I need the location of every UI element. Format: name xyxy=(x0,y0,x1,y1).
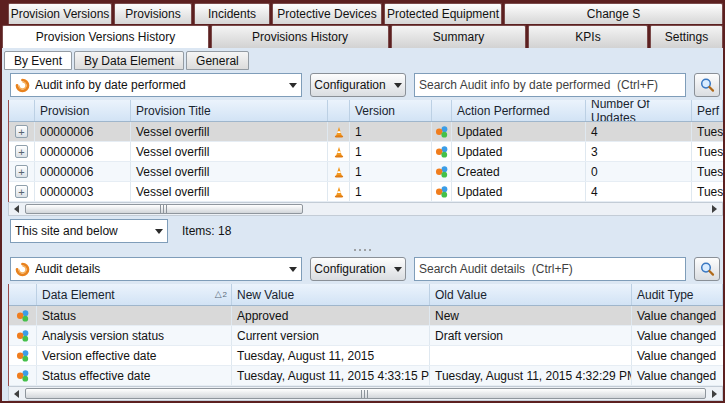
cell-data-element: Status effective date xyxy=(37,366,232,385)
tab-settings[interactable]: Settings xyxy=(650,25,723,48)
lower-search-box xyxy=(414,257,686,281)
tab-provisions[interactable]: Provisions xyxy=(114,3,192,24)
audit-details-select[interactable]: Audit details xyxy=(10,257,302,281)
scroll-right-arrow[interactable] xyxy=(707,387,722,400)
upper-horizontal-scrollbar[interactable] xyxy=(8,202,723,216)
audit-details-value: Audit details xyxy=(35,262,284,276)
tab-protective-devices[interactable]: Protective Devices xyxy=(272,3,382,24)
column-header-expand[interactable] xyxy=(9,100,35,121)
cell-action-performed: Updated xyxy=(452,142,586,161)
lower-horizontal-scrollbar[interactable] xyxy=(8,386,723,401)
tab-summary[interactable]: Summary xyxy=(391,25,526,48)
audit-swirl-icon xyxy=(15,78,30,93)
table-row[interactable]: Version effective date Tuesday, August 1… xyxy=(9,346,723,366)
upper-search-input[interactable] xyxy=(415,75,685,95)
cell-audit-type: Value changed xyxy=(632,366,723,385)
scrollbar-thumb[interactable] xyxy=(25,204,303,214)
tab-provision-versions-history[interactable]: Provision Versions History xyxy=(2,25,209,48)
column-header-icon[interactable] xyxy=(9,284,37,305)
cell-provision-title: Vessel overfill xyxy=(131,142,328,161)
configuration-button[interactable]: Configuration xyxy=(310,73,406,97)
column-header-audit-type[interactable]: Audit Type xyxy=(632,284,723,305)
table-row[interactable]: Status Approved New Value changed xyxy=(9,306,723,326)
column-header-data-element[interactable]: Data Element △2 xyxy=(37,284,232,305)
balls-icon xyxy=(16,369,30,383)
expand-row-icon[interactable]: + xyxy=(15,185,28,198)
cell-provision: 00000003 xyxy=(35,182,131,201)
balls-icon xyxy=(16,349,30,363)
tab-protected-equipment[interactable]: Protected Equipment xyxy=(384,3,502,24)
subtab-general[interactable]: General xyxy=(186,51,249,70)
audit-view-value: Audit info by date performed xyxy=(35,78,284,92)
column-header-number-of-updates[interactable]: Number Of Updates xyxy=(586,100,692,121)
cell-audit-type: Value changed xyxy=(632,306,723,325)
cell-new-value: Tuesday, August 11, 2015 xyxy=(232,346,430,365)
tab-provisions-history[interactable]: Provisions History xyxy=(211,25,389,48)
cell-new-value: Approved xyxy=(232,306,430,325)
table-row[interactable]: + 00000003 Vessel overfill 1 Updated 4 T… xyxy=(9,182,723,202)
chevron-down-icon xyxy=(394,267,402,272)
audit-swirl-icon xyxy=(15,262,30,277)
cell-version: 1 xyxy=(350,142,432,161)
column-header-provision-title[interactable]: Provision Title xyxy=(131,100,328,121)
scroll-left-arrow[interactable] xyxy=(9,203,24,215)
expand-row-icon[interactable]: + xyxy=(15,165,28,178)
cell-data-element: Status xyxy=(37,306,232,325)
scroll-right-arrow[interactable] xyxy=(707,203,722,215)
table-row[interactable]: Status effective date Tuesday, August 11… xyxy=(9,366,723,386)
column-header-action-icon[interactable] xyxy=(432,100,452,121)
table-row[interactable]: + 00000006 Vessel overfill 1 Created 0 T… xyxy=(9,162,723,182)
lower-search-input[interactable] xyxy=(415,259,685,279)
cell-number-of-updates: 0 xyxy=(586,162,692,181)
site-scope-value: This site and below xyxy=(15,224,150,238)
items-count-label: Items: 18 xyxy=(182,224,231,238)
cone-icon xyxy=(332,165,346,179)
tab-incidents[interactable]: Incidents xyxy=(194,3,270,24)
column-header-provision[interactable]: Provision xyxy=(35,100,131,121)
cell-performed: Tues xyxy=(692,182,723,201)
column-header-new-value[interactable]: New Value xyxy=(232,284,430,305)
tab-change-s[interactable]: Change S xyxy=(504,3,723,24)
expand-row-icon[interactable]: + xyxy=(15,125,28,138)
table-row[interactable]: + 00000006 Vessel overfill 1 Updated 4 T… xyxy=(9,122,723,142)
table-row[interactable]: + 00000006 Vessel overfill 1 Updated 3 T… xyxy=(9,142,723,162)
upper-search-button[interactable] xyxy=(694,73,720,97)
expand-row-icon[interactable]: + xyxy=(15,145,28,158)
audit-view-select[interactable]: Audit info by date performed xyxy=(10,73,302,97)
column-header-action-performed[interactable]: Action Performed xyxy=(452,100,586,121)
subtab-by-data-element[interactable]: By Data Element xyxy=(74,51,184,70)
balls-icon xyxy=(435,145,449,159)
cell-provision: 00000006 xyxy=(35,122,131,141)
cell-performed: Tues xyxy=(692,162,723,181)
scrollbar-thumb[interactable] xyxy=(25,388,706,399)
cone-icon xyxy=(332,125,346,139)
column-header-version[interactable]: Version xyxy=(350,100,432,121)
site-scope-select[interactable]: This site and below xyxy=(10,219,168,243)
sort-ascending-indicator: △2 xyxy=(215,290,227,299)
cell-performed: Tues xyxy=(692,122,723,141)
splitter-handle[interactable] xyxy=(2,246,723,254)
chevron-down-icon xyxy=(289,83,297,88)
tab-kpis[interactable]: KPIs xyxy=(528,25,648,48)
primary-tab-bar: Provision Versions Provisions Incidents … xyxy=(2,2,723,24)
search-icon xyxy=(699,77,715,93)
column-header-version-icon[interactable] xyxy=(328,100,350,121)
tab-provision-versions[interactable]: Provision Versions xyxy=(8,3,112,24)
chevron-down-icon xyxy=(394,83,402,88)
chevron-down-icon xyxy=(155,229,163,234)
column-header-performed[interactable]: Perf xyxy=(692,100,723,121)
cell-action-performed: Created xyxy=(452,162,586,181)
scroll-left-arrow[interactable] xyxy=(9,387,24,400)
subtab-by-event[interactable]: By Event xyxy=(4,51,72,70)
audit-info-table-header: Provision Provision Title Version Action… xyxy=(9,100,723,122)
balls-icon xyxy=(16,309,30,323)
configuration-button[interactable]: Configuration xyxy=(310,257,406,281)
cell-new-value: Tuesday, August 11, 2015 4:33:15 PM xyxy=(232,366,430,385)
search-icon xyxy=(699,261,715,277)
table-row[interactable]: Analysis version status Current version … xyxy=(9,326,723,346)
lower-search-button[interactable] xyxy=(694,257,720,281)
secondary-tab-bar: Provision Versions History Provisions Hi… xyxy=(2,24,723,48)
column-header-old-value[interactable]: Old Value xyxy=(430,284,632,305)
audit-details-table-header: Data Element △2 New Value Old Value Audi… xyxy=(9,284,723,306)
splitter-dot xyxy=(354,249,356,251)
